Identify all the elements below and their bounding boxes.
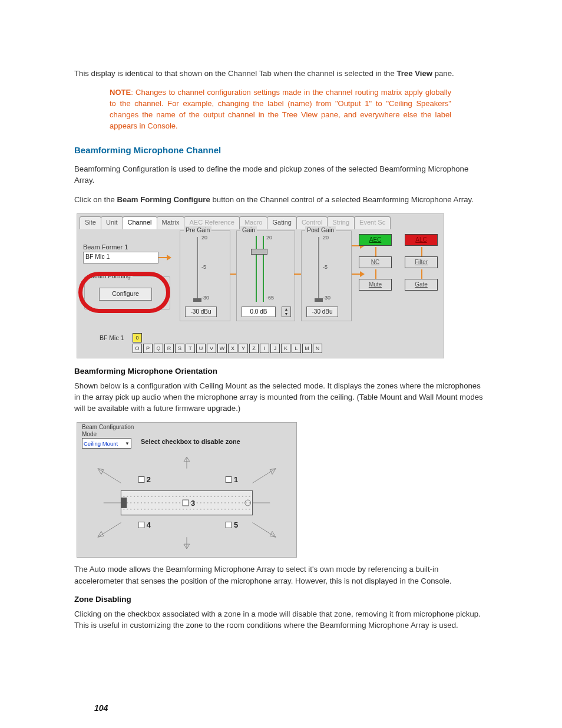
- tick-label: -30: [323, 295, 330, 301]
- paragraph: Shown below is a configuration with Ceil…: [74, 380, 488, 414]
- matrix-cell[interactable]: P: [143, 344, 153, 353]
- slider-knob[interactable]: [315, 298, 323, 302]
- matrix-cell[interactable]: N: [313, 344, 322, 353]
- text: button on the Channel control of a selec…: [213, 195, 474, 204]
- group-title: Pre Gain: [184, 226, 211, 233]
- gain-group: Gain 20 -65 0.0 dB ▲▼: [236, 230, 295, 321]
- matrix-cell[interactable]: Q: [154, 344, 163, 353]
- spinner[interactable]: ▲▼: [282, 307, 291, 317]
- value-readout: -30 dBu: [185, 307, 217, 317]
- channel-name-input[interactable]: BF Mic 1: [83, 252, 158, 263]
- text: This display is identical to that shown …: [74, 69, 396, 78]
- zone-label: 1: [234, 476, 238, 485]
- svg-rect-18: [226, 522, 232, 528]
- meter-scale: [256, 236, 264, 302]
- group-title: Gain: [240, 226, 257, 233]
- svg-line-3: [253, 469, 276, 483]
- tab-strip: SiteUnitChannelMatrixAEC ReferenceMacroG…: [80, 216, 441, 229]
- arrow-right-icon: [158, 255, 171, 260]
- configure-button[interactable]: Configure: [99, 288, 152, 301]
- matrix-cell[interactable]: K: [281, 344, 290, 353]
- matrix-label: BF Mic 1: [100, 334, 124, 341]
- mode-select-value: Ceiling Mount: [84, 440, 118, 447]
- mute-button[interactable]: Mute: [359, 279, 392, 291]
- matrix-cell[interactable]: L: [292, 344, 301, 353]
- channel-panel-screenshot: SiteUnitChannelMatrixAEC ReferenceMacroG…: [77, 213, 444, 358]
- processing-buttons: AEC NC Mute ALC Filter Gate: [359, 230, 442, 321]
- matrix-cell[interactable]: R: [164, 344, 174, 353]
- beam-diagram: 2 1 3 4 5: [85, 457, 288, 549]
- nc-button[interactable]: NC: [359, 256, 392, 268]
- matrix-cell[interactable]: J: [270, 344, 280, 353]
- device-label: Beam Former 1: [83, 243, 128, 251]
- text: Click on the: [74, 195, 117, 204]
- text-bold: Beam Forming Configure: [117, 195, 210, 204]
- svg-line-2: [98, 469, 121, 483]
- beam-forming-group: Beam Forming Configure: [84, 276, 170, 309]
- beam-configuration-screenshot: Beam Configuration Mode Ceiling Mount ▼ …: [77, 422, 297, 558]
- text-bold: Tree View: [396, 69, 432, 78]
- matrix-cell[interactable]: T: [186, 344, 195, 353]
- zone-label: 4: [147, 521, 151, 530]
- heading-beamforming-channel: Beamforming Microphone Channel: [74, 145, 488, 155]
- chevron-down-icon: ▼: [125, 441, 130, 446]
- tick-label: 20: [266, 235, 272, 241]
- zone-label: 3: [191, 499, 195, 508]
- matrix-cell[interactable]: O: [133, 344, 142, 353]
- matrix-cell[interactable]: Z: [249, 344, 259, 353]
- paragraph: The Auto mode allows the Beamforming Mic…: [74, 564, 488, 586]
- slider-track[interactable]: [318, 237, 319, 302]
- tab-unit[interactable]: Unit: [101, 216, 123, 229]
- tab-gating[interactable]: Gating: [267, 216, 296, 229]
- slider-track[interactable]: [197, 237, 198, 302]
- matrix-cell[interactable]: M: [302, 344, 312, 353]
- alc-button[interactable]: ALC: [405, 234, 438, 246]
- tick-label: -30: [201, 295, 209, 301]
- tick-label: -5: [323, 264, 328, 270]
- svg-rect-16: [183, 500, 189, 506]
- svg-line-5: [253, 523, 276, 538]
- value-readout[interactable]: 0.0 dB: [242, 307, 276, 317]
- tick-label: -5: [201, 264, 206, 270]
- post-gain-group: Post Gain 20 -5 -30 -30 dBu: [301, 230, 352, 321]
- tab-site[interactable]: Site: [80, 216, 101, 229]
- slider-knob[interactable]: [193, 298, 201, 302]
- pre-gain-group: Pre Gain 20 -5 -30 -30 dBu: [180, 230, 230, 321]
- tab-matrix[interactable]: Matrix: [157, 216, 185, 229]
- value-readout: -30 dBu: [306, 307, 338, 317]
- paragraph: Click on the Beam Forming Configure butt…: [74, 194, 488, 205]
- tab-event-sc[interactable]: Event Sc: [354, 216, 391, 229]
- gate-button[interactable]: Gate: [405, 279, 438, 291]
- zone-label: 2: [147, 476, 151, 485]
- slider-knob[interactable]: [251, 249, 267, 255]
- mode-select[interactable]: Ceiling Mount ▼: [82, 438, 131, 449]
- matrix-cell-first[interactable]: 0: [133, 333, 142, 342]
- svg-line-4: [98, 523, 121, 538]
- matrix-cell[interactable]: Y: [239, 344, 248, 353]
- svg-rect-17: [138, 522, 144, 528]
- matrix-cell[interactable]: W: [217, 344, 227, 353]
- tick-label: 20: [323, 235, 329, 241]
- left-pane: Beam Former 1 BF Mic 1 Beam Forming Conf…: [81, 234, 175, 334]
- fieldset-legend: Beam Configuration: [82, 424, 134, 430]
- note-block: NOTE: Changes to channel configuration s…: [110, 87, 451, 131]
- group-title: Beam Forming: [88, 272, 133, 279]
- aec-button[interactable]: AEC: [359, 234, 392, 246]
- page-number: 104: [94, 703, 108, 713]
- tick-label: 20: [201, 235, 207, 241]
- tick-label: -65: [266, 295, 274, 301]
- heading-orientation: Beamforming Microphone Orientation: [74, 367, 488, 375]
- svg-rect-12: [121, 498, 127, 508]
- matrix-cell[interactable]: U: [196, 344, 206, 353]
- zone-label: 5: [234, 521, 238, 530]
- tab-channel[interactable]: Channel: [123, 216, 157, 229]
- matrix-cell[interactable]: I: [260, 344, 269, 353]
- matrix-cell[interactable]: V: [207, 344, 216, 353]
- matrix-cell[interactable]: S: [175, 344, 184, 353]
- paragraph: Clicking on the checkbox associated with…: [74, 608, 488, 631]
- matrix-row: BF Mic 1 0 OPQRSTUVWXYZIJKLMN: [100, 333, 440, 354]
- text: pane.: [435, 69, 454, 78]
- filter-button[interactable]: Filter: [405, 256, 438, 268]
- matrix-cell[interactable]: X: [228, 344, 237, 353]
- note-label: NOTE: [110, 88, 131, 97]
